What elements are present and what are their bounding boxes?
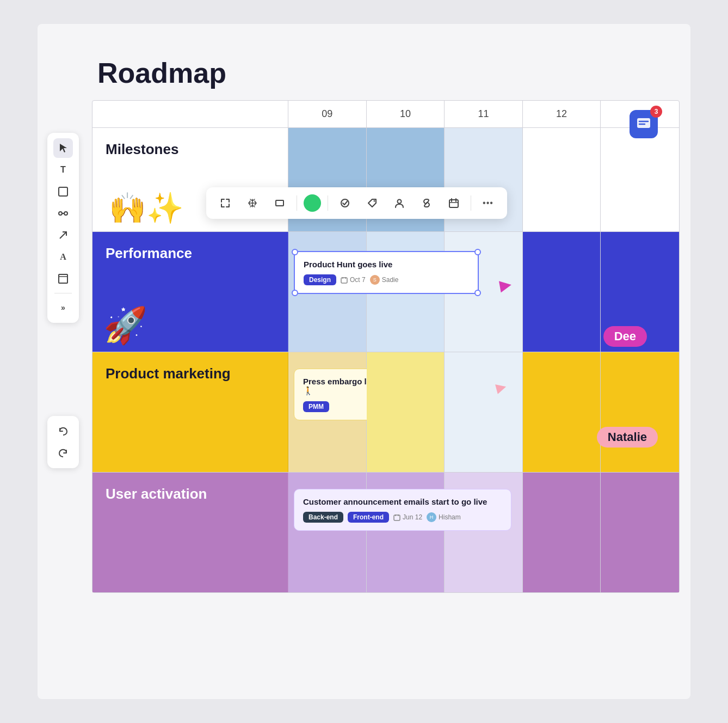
user-activation-col-13 — [601, 473, 679, 592]
svg-line-4 — [60, 232, 66, 238]
text-icon: T — [60, 165, 66, 175]
user-activation-label: User activation — [92, 473, 288, 592]
ft-expand-button[interactable] — [215, 193, 236, 213]
sticky-tool-button[interactable] — [53, 182, 73, 201]
product-marketing-row: Product marketing Press embargo lifts 🚶 … — [92, 352, 679, 473]
ft-tag-button[interactable] — [362, 193, 382, 213]
hisham-avatar: H — [427, 512, 436, 522]
svg-point-16 — [398, 200, 402, 204]
ft-calendar-button[interactable] — [443, 193, 464, 213]
product-hunt-card[interactable]: Product Hunt goes live Design Oct 7 S Sa… — [294, 251, 479, 294]
customer-assignee: H Hisham — [427, 512, 461, 522]
sadie-avatar: S — [370, 275, 380, 285]
natalie-cursor-label: Natalie — [597, 427, 658, 448]
chat-icon[interactable]: 3 — [630, 110, 658, 138]
frontend-tag: Front-end — [348, 512, 389, 523]
handle-br[interactable] — [474, 290, 481, 296]
header-empty-cell — [92, 101, 288, 127]
redo-button[interactable] — [53, 443, 73, 463]
milestones-col-13 — [601, 128, 679, 231]
product-marketing-col-10 — [367, 352, 445, 472]
svg-rect-7 — [341, 278, 347, 283]
handle-bl[interactable] — [292, 290, 298, 296]
svg-point-2 — [64, 212, 67, 215]
product-hunt-card-wrapper: Product Hunt goes live Design Oct 7 S Sa… — [294, 251, 426, 294]
page-title: Roadmap — [92, 57, 680, 89]
ft-rect-button[interactable] — [269, 193, 290, 213]
svg-point-1 — [59, 212, 62, 215]
chat-notification[interactable]: 3 — [630, 110, 658, 138]
ft-divider-3 — [471, 195, 471, 211]
product-marketing-col-11: ▶ — [445, 352, 523, 472]
main-content: Roadmap 09 10 11 12 13 Milestones 🙌✨ — [92, 57, 680, 688]
font-icon: A — [60, 252, 66, 262]
ft-color-button[interactable] — [304, 194, 321, 212]
column-headers: 09 10 11 12 13 — [92, 101, 679, 128]
left-toolbar-top: T A — [47, 133, 79, 323]
natalie-cursor-arrow: ▶ — [494, 378, 508, 396]
frame-tool-button[interactable] — [53, 269, 73, 289]
undo-button[interactable] — [53, 421, 73, 441]
performance-row: Performance 🚀 Product Hun — [92, 232, 679, 352]
font-tool-button[interactable]: A — [53, 247, 73, 267]
product-hunt-card-title: Product Hunt goes live — [304, 260, 469, 269]
svg-rect-0 — [59, 187, 67, 196]
header-col-11: 11 — [445, 101, 523, 127]
ft-more-button[interactable]: ••• — [478, 193, 498, 213]
performance-col-09: Product Hunt goes live Design Oct 7 S Sa… — [288, 232, 367, 352]
customer-announcement-card[interactable]: Customer announcement emails start to go… — [294, 489, 511, 531]
chat-badge: 3 — [650, 106, 662, 118]
roadmap-grid: 09 10 11 12 13 Milestones 🙌✨ — [92, 100, 680, 593]
ft-check-button[interactable] — [335, 193, 355, 213]
ft-divider-2 — [328, 195, 328, 211]
more-tools-icon: » — [61, 303, 65, 312]
floating-toolbar: ••• — [206, 187, 507, 219]
svg-rect-5 — [59, 274, 67, 283]
toolbar-divider — [54, 293, 72, 293]
text-tool-button[interactable]: T — [53, 160, 73, 180]
ft-divider-1 — [297, 195, 297, 211]
customer-date: Jun 12 — [393, 513, 422, 521]
rocket-icon: 🚀 — [103, 305, 147, 346]
user-activation-col-12 — [523, 473, 601, 592]
customer-announcement-title: Customer announcement emails start to go… — [303, 497, 502, 506]
more-icon: ••• — [483, 198, 493, 208]
more-tools-button[interactable]: » — [53, 298, 73, 317]
customer-announcement-wrapper: Customer announcement emails start to go… — [294, 489, 464, 531]
svg-point-15 — [374, 200, 375, 202]
performance-label: Performance 🚀 — [92, 232, 288, 352]
canvas: T A — [38, 24, 690, 699]
header-col-10: 10 — [367, 101, 445, 127]
dee-cursor-arrow: ▶ — [498, 274, 513, 294]
celebration-icon: 🙌✨ — [109, 191, 184, 226]
handle-tr[interactable] — [474, 249, 481, 255]
user-activation-row: User activation Customer announcement em… — [92, 473, 679, 592]
product-marketing-col-09: Press embargo lifts 🚶 PMM — [288, 352, 367, 472]
customer-announcement-tags: Back-end Front-end Jun 12 H Hisham — [303, 512, 502, 523]
dee-cursor-label: Dee — [603, 326, 647, 347]
svg-rect-13 — [276, 200, 283, 206]
performance-col-12 — [523, 232, 601, 352]
user-activation-col-09: Customer announcement emails start to go… — [288, 473, 367, 592]
select-tool-button[interactable] — [53, 138, 73, 158]
ft-person-button[interactable] — [389, 193, 410, 213]
product-hunt-assignee: S Sadie — [370, 275, 399, 285]
left-toolbar-bottom — [47, 416, 79, 468]
connect-tool-button[interactable] — [53, 204, 73, 223]
header-col-09: 09 — [288, 101, 367, 127]
backend-tag: Back-end — [303, 512, 343, 523]
product-marketing-col-12 — [523, 352, 601, 472]
product-marketing-label: Product marketing — [92, 352, 288, 472]
ft-link-button[interactable] — [416, 193, 437, 213]
header-col-12: 12 — [523, 101, 601, 127]
pmm-tag: PMM — [303, 401, 329, 412]
arrow-tool-button[interactable] — [53, 225, 73, 245]
svg-rect-17 — [449, 200, 458, 207]
ft-move-button[interactable] — [242, 193, 263, 213]
svg-rect-21 — [637, 118, 650, 128]
handle-tl[interactable] — [292, 249, 298, 255]
svg-rect-10 — [394, 515, 400, 520]
product-hunt-date: Oct 7 — [341, 276, 366, 284]
milestones-col-12 — [523, 128, 601, 231]
product-marketing-col-13 — [601, 352, 679, 472]
